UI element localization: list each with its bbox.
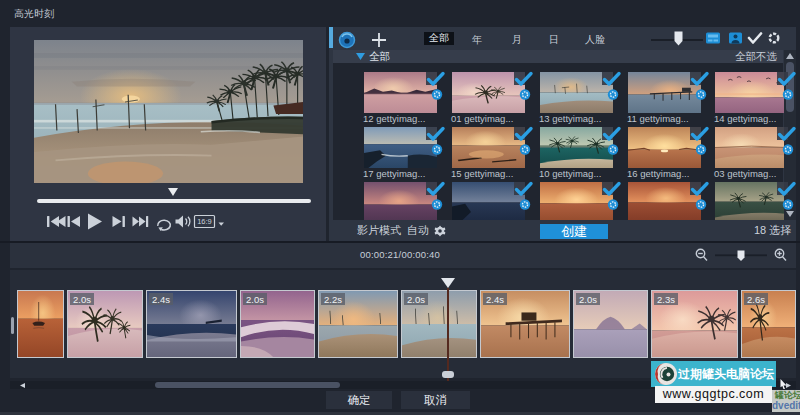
svg-text:16:9: 16:9 (197, 217, 212, 226)
